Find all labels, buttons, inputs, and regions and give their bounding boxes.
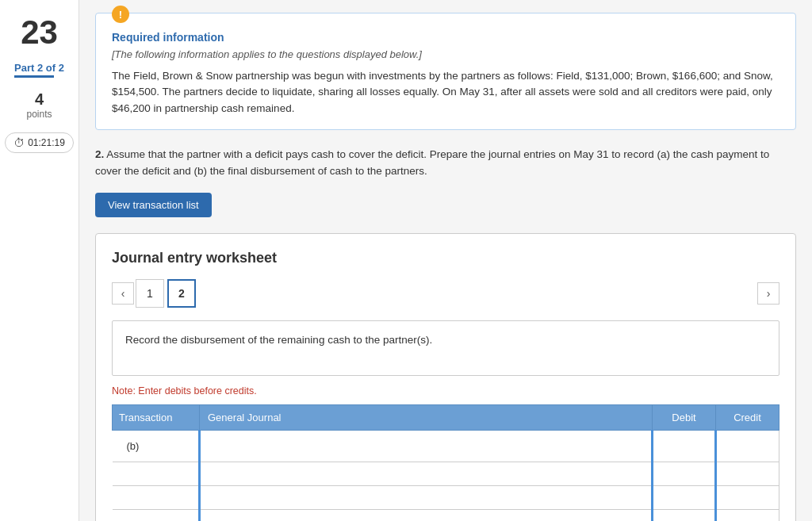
credit-input-2[interactable] [717, 462, 779, 485]
debit-input-4[interactable] [653, 510, 714, 521]
general-input-4[interactable] [201, 510, 651, 521]
col-header-credit: Credit [716, 404, 779, 430]
col-header-debit: Debit [653, 404, 716, 430]
debit-cell-3[interactable] [653, 485, 716, 509]
credit-input-4[interactable] [717, 510, 779, 521]
table-row [113, 462, 779, 485]
pagination-next-button[interactable]: › [757, 282, 779, 305]
alert-icon: ! [112, 6, 129, 23]
timer-icon: ⏱ [13, 136, 25, 149]
timer-badge[interactable]: ⏱ 01:21:19 [5, 132, 74, 153]
info-box-title: Required information [112, 31, 779, 44]
worksheet-title: Journal entry worksheet [112, 250, 779, 266]
tab-1[interactable]: 1 [136, 279, 164, 308]
transaction-cell-4 [113, 509, 200, 521]
table-row: (b) [113, 430, 779, 462]
transaction-cell-2 [113, 462, 200, 485]
table-row [113, 509, 779, 521]
transaction-label-1: (b) [119, 435, 193, 457]
credit-cell-1[interactable] [716, 430, 779, 462]
instruction-box: Record the disbursement of the remaining… [112, 320, 779, 376]
credit-cell-4[interactable] [716, 509, 779, 521]
general-cell-4[interactable] [200, 509, 653, 521]
general-input-2[interactable] [201, 462, 651, 485]
col-header-general: General Journal [200, 404, 653, 430]
col-header-transaction: Transaction [113, 404, 200, 430]
general-cell-2[interactable] [200, 462, 653, 485]
question-text: 2. Assume that the partner with a defici… [95, 146, 796, 180]
note-text: Note: Enter debits before credits. [112, 385, 779, 396]
debit-input-3[interactable] [653, 486, 714, 509]
worksheet-card: Journal entry worksheet ‹ 1 2 › Record t… [95, 233, 796, 521]
debit-cell-2[interactable] [653, 462, 716, 485]
table-row [113, 485, 779, 509]
main-content: ! Required information [The following in… [79, 0, 812, 521]
question-number-label: 2. [95, 148, 104, 160]
transaction-cell-3 [113, 485, 200, 509]
pagination-prev-button[interactable]: ‹ [112, 282, 134, 305]
points-section: 4 points [26, 90, 52, 120]
timer-value: 01:21:19 [28, 137, 65, 148]
view-transaction-button[interactable]: View transaction list [95, 193, 212, 217]
general-input-1[interactable] [201, 431, 651, 462]
general-input-3[interactable] [201, 486, 651, 509]
debit-input-1[interactable] [653, 431, 714, 462]
sidebar: 23 Part 2 of 2 4 points ⏱ 01:21:19 [0, 0, 79, 521]
debit-cell-4[interactable] [653, 509, 716, 521]
debit-input-2[interactable] [653, 462, 714, 485]
journal-table: Transaction General Journal Debit Credit… [112, 404, 779, 521]
transaction-cell-1: (b) [113, 430, 200, 462]
info-box-body: The Field, Brown & Snow partnership was … [112, 68, 779, 117]
general-cell-3[interactable] [200, 485, 653, 509]
question-number: 23 [21, 16, 58, 49]
tab-2[interactable]: 2 [167, 279, 196, 308]
pagination-row: ‹ 1 2 › [112, 279, 779, 308]
question-body: Assume that the partner with a deficit p… [95, 148, 769, 178]
points-text: points [26, 109, 52, 120]
general-cell-1[interactable] [200, 430, 653, 462]
info-box-subtitle: [The following information applies to th… [112, 48, 779, 60]
part-label: Part 2 of 2 [14, 62, 64, 74]
part-underline-decoration [14, 75, 54, 78]
credit-cell-2[interactable] [716, 462, 779, 485]
credit-input-1[interactable] [717, 431, 779, 462]
credit-input-3[interactable] [717, 486, 779, 509]
debit-cell-1[interactable] [653, 430, 716, 462]
points-number: 4 [26, 90, 52, 109]
credit-cell-3[interactable] [716, 485, 779, 509]
instruction-text: Record the disbursement of the remaining… [125, 334, 432, 346]
info-box: ! Required information [The following in… [95, 13, 796, 130]
